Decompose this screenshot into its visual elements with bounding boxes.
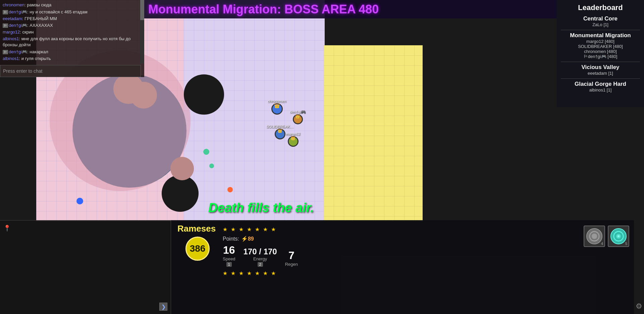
chat-message: 🏳den†gi🎮: ну и остовайся с 465 етадам xyxy=(3,9,142,15)
lb-section-vicious: Vicious Valley eeetadam [1] xyxy=(561,64,640,76)
circle-blue-small xyxy=(76,198,83,204)
lb-entry: eeetadam [1] xyxy=(561,71,640,76)
hud-bar: Rameses 386 ★ ★ ★ ★ ★ ★ ★ Points: ⚡89 16… xyxy=(171,220,634,314)
hud-energy-block: 170 / 170 Energy 2 xyxy=(244,247,277,267)
star-5: ★ xyxy=(255,226,261,232)
ability-svg-gray xyxy=(589,231,600,242)
ability-slot-4[interactable]: 4 xyxy=(584,226,605,247)
circle-mauve-3 xyxy=(170,157,194,180)
settings-button[interactable]: ⚙ xyxy=(634,301,644,311)
slot-number-5: 5 xyxy=(625,242,627,246)
chat-message: eeetadam: ГРЕБАНЫЙ ММ xyxy=(3,16,142,22)
star-7: ★ xyxy=(271,226,277,232)
chat-message: albinos1: и гуля открыть xyxy=(3,56,142,62)
speed-value: 16 xyxy=(223,244,235,256)
star-b6: ★ xyxy=(263,270,269,276)
star-b3: ★ xyxy=(239,270,245,276)
energy-label: Energy xyxy=(253,256,267,261)
circle-orange xyxy=(227,187,233,192)
lb-section-name: Vicious Valley xyxy=(561,64,640,71)
lb-section-glacial: Glacial Gorge Hard albinos1 [1] xyxy=(561,81,640,92)
hud-points-row: Points: ⚡89 xyxy=(223,236,580,242)
player-margo12: margo12 👑 xyxy=(286,132,300,147)
title-bar: Monumental Migration: BOSS AREA 480 xyxy=(144,0,557,18)
lb-divider xyxy=(561,78,640,79)
chat-message: albinos1: мне для фулл ака короны все по… xyxy=(3,36,142,48)
chat-input-container[interactable] xyxy=(0,65,141,77)
circle-black-top xyxy=(184,74,224,115)
circle-teal-2 xyxy=(209,164,214,168)
lb-section-name: Glacial Gorge Hard xyxy=(561,81,640,87)
star-b1: ★ xyxy=(223,270,229,276)
player-dengi: den†gi🎮 👑 xyxy=(290,110,306,124)
chat-message: 🏳den†gi🎮: накаркал xyxy=(3,49,142,55)
energy-badge: 2 xyxy=(258,262,263,267)
circle-black-bottom xyxy=(162,175,199,212)
speed-label: Speed xyxy=(223,256,235,261)
chat-messages: chronomen: рамзы сюда 🏳den†gi🎮: ну и ост… xyxy=(0,0,144,64)
circle-teal-1 xyxy=(203,149,209,155)
chat-message: margo12: скрин xyxy=(3,29,142,35)
leaderboard-panel: Leaderboard Central Core ZaLo [1] Monume… xyxy=(557,0,644,107)
lb-section-monumental: Monumental Migration margo12 [480] SOLID… xyxy=(561,32,640,59)
chat-input[interactable] xyxy=(0,65,141,77)
lb-entry: chronomen [480] xyxy=(561,49,640,54)
gear-icon: ⚙ xyxy=(636,302,642,311)
pin-icon: 📍 xyxy=(3,225,11,233)
hud-level: 386 xyxy=(185,237,210,261)
speed-badge: 1 xyxy=(226,262,232,267)
ability-icon-teal xyxy=(610,228,627,244)
hud-values-row: 16 Speed 1 170 / 170 Energy 2 7 Regen xyxy=(223,244,580,267)
energy-value: 170 / 170 xyxy=(244,247,277,256)
hud-speed-block: 16 Speed 1 xyxy=(223,244,235,267)
page-title: Monumental Migration: BOSS AREA 480 xyxy=(148,2,379,16)
star-b7: ★ xyxy=(271,270,277,276)
points-value: ⚡89 xyxy=(241,236,254,242)
hud-player-name: Rameses xyxy=(177,224,218,234)
chat-scrollbar-thumb[interactable] xyxy=(140,0,144,20)
minimap-arrow[interactable]: ❯ xyxy=(159,303,167,311)
lb-divider xyxy=(561,30,640,30)
ability-svg-teal xyxy=(613,231,624,242)
hud-regen-block: 7 Regen xyxy=(285,249,298,267)
hud-stars-row1: ★ ★ ★ ★ ★ ★ ★ xyxy=(223,226,580,232)
ability-slot-5[interactable]: 5 xyxy=(608,226,629,247)
leaderboard-title: Leaderboard xyxy=(561,3,640,12)
star-1: ★ xyxy=(223,226,229,232)
lb-entry: albinos1 [1] xyxy=(561,87,640,92)
svg-point-4 xyxy=(618,235,620,237)
star-4: ★ xyxy=(247,226,253,232)
star-b2: ★ xyxy=(231,270,237,276)
star-2: ★ xyxy=(231,226,237,232)
star-b5: ★ xyxy=(255,270,261,276)
ability-icon-gray xyxy=(586,228,602,244)
lb-section-name: Central Core xyxy=(561,15,640,22)
chat-message: chronomen: рамзы сюда xyxy=(3,2,142,8)
hud-stars-row2: ★ ★ ★ ★ ★ ★ ★ xyxy=(223,270,580,276)
hud-abilities: 4 5 xyxy=(584,226,629,247)
slot-number-4: 4 xyxy=(601,242,603,246)
svg-point-1 xyxy=(592,234,597,239)
chat-panel: chronomen: рамзы сюда 🏳den†gi🎮: ну и ост… xyxy=(0,0,144,77)
minimap: 📍 ❯ xyxy=(0,220,171,314)
circle-mauve-2 xyxy=(130,82,157,109)
grid-bg-yellow xyxy=(324,45,423,221)
death-text: Death fills the air. xyxy=(208,201,314,215)
player-chronomen: chronomen 👑 xyxy=(268,99,286,115)
star-b4: ★ xyxy=(247,270,253,276)
lb-section-central-core: Central Core ZaLo [1] xyxy=(561,15,640,27)
lb-section-name: Monumental Migration xyxy=(561,32,640,39)
chat-scrollbar[interactable] xyxy=(140,0,144,64)
lb-entry: ZaLo [1] xyxy=(561,22,640,27)
lb-entry: 🏳den†gi🎮 [480] xyxy=(561,54,640,59)
points-label: Points: xyxy=(223,236,239,242)
regen-value: 7 xyxy=(288,249,294,262)
lb-divider xyxy=(561,62,640,62)
regen-label: Regen xyxy=(285,262,298,267)
lb-entry: SOLIDBREAKER [480] xyxy=(561,44,640,49)
chat-message: 🏳den†gi🎮: АХАХАХАХ xyxy=(3,22,142,28)
star-6: ★ xyxy=(263,226,269,232)
lb-entry: margo12 [480] xyxy=(561,39,640,44)
star-3: ★ xyxy=(239,226,245,232)
